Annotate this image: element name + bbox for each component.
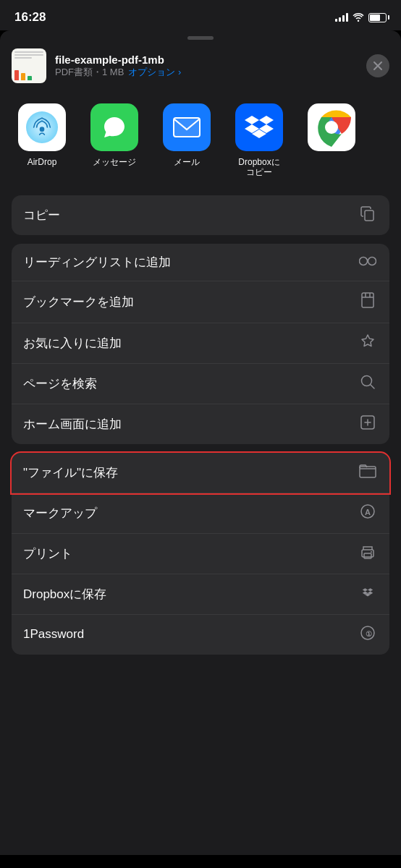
app-item-chrome[interactable]	[295, 101, 368, 181]
markup-icon: A	[358, 503, 378, 523]
file-type-size: PDF書類・1 MB	[55, 66, 124, 79]
add-home-icon	[358, 414, 378, 434]
action-add-home[interactable]: ホーム画面に追加	[12, 404, 389, 444]
action-copy[interactable]: コピー	[12, 195, 389, 235]
dropbox-copy-label: Dropboxにコピー	[238, 157, 279, 178]
svg-rect-2	[174, 118, 200, 137]
file-thumbnail	[12, 48, 46, 83]
action-save-files[interactable]: "ファイル"に保存	[12, 453, 389, 493]
app-item-messages[interactable]: メッセージ	[78, 101, 151, 181]
svg-point-8	[360, 257, 368, 265]
svg-rect-17	[364, 553, 371, 558]
app-row: AirDrop メッセージ	[0, 101, 401, 181]
mail-label: メール	[174, 157, 200, 167]
file-header: file-example-pdf-1mb PDF書類・1 MB オプション ›	[0, 43, 401, 95]
action-save-dropbox[interactable]: Dropboxに保存	[12, 574, 389, 615]
file-info: file-example-pdf-1mb PDF書類・1 MB オプション ›	[12, 48, 181, 83]
battery-icon	[368, 13, 387, 22]
bookmark-label: ブックマークを追加	[23, 294, 134, 310]
file-sub: PDF書類・1 MB オプション ›	[55, 66, 181, 79]
print-label: プリント	[23, 545, 72, 562]
action-copy-label: コピー	[23, 207, 60, 224]
mail-icon	[163, 103, 211, 151]
action-section-3: "ファイル"に保存 マークアップ A プリント	[12, 453, 389, 655]
airdrop-label: AirDrop	[28, 157, 57, 167]
svg-point-6	[325, 121, 338, 134]
action-reading-list[interactable]: リーディングリストに追加	[12, 244, 389, 281]
svg-rect-10	[362, 293, 373, 307]
chrome-icon	[308, 103, 355, 151]
copy-icon	[358, 205, 378, 225]
app-item-dropbox[interactable]: Dropboxにコピー	[223, 101, 295, 181]
reading-icon	[358, 254, 378, 271]
svg-text:A: A	[365, 508, 371, 516]
action-favorite[interactable]: お気に入りに追加	[12, 323, 389, 364]
app-row-container: AirDrop メッセージ	[0, 95, 401, 195]
dropbox-icon	[235, 103, 283, 151]
reading-list-label: リーディングリストに追加	[23, 254, 171, 271]
messages-label: メッセージ	[93, 157, 136, 167]
save-files-label: "ファイル"に保存	[23, 464, 118, 481]
action-section-1: コピー	[12, 195, 389, 235]
app-item-mail[interactable]: メール	[151, 101, 223, 181]
signal-icon	[335, 13, 348, 22]
svg-point-11	[362, 375, 372, 386]
svg-point-18	[371, 551, 372, 553]
app-item-airdrop[interactable]: AirDrop	[6, 101, 78, 181]
share-sheet: file-example-pdf-1mb PDF書類・1 MB オプション ›	[0, 30, 401, 855]
action-bookmark[interactable]: ブックマークを追加	[12, 281, 389, 323]
svg-rect-7	[365, 210, 373, 221]
1password-icon: ①	[358, 625, 378, 644]
action-print[interactable]: プリント	[12, 534, 389, 574]
add-home-label: ホーム画面に追加	[23, 416, 122, 433]
print-icon	[358, 544, 378, 563]
wifi-icon	[353, 13, 364, 22]
options-link[interactable]: オプション ›	[128, 66, 181, 79]
status-time: 16:28	[14, 10, 46, 25]
files-icon	[358, 463, 378, 482]
action-section-2: リーディングリストに追加 ブックマークを追加 お気に入りに追加	[12, 244, 389, 444]
favorite-label: お気に入りに追加	[23, 335, 122, 352]
svg-point-9	[368, 257, 376, 265]
status-bar: 16:28	[0, 0, 401, 30]
action-search-page[interactable]: ページを検索	[12, 364, 389, 404]
save-dropbox-label: Dropboxに保存	[23, 586, 106, 603]
1password-label: 1Password	[23, 627, 84, 642]
action-1password[interactable]: 1Password ①	[12, 615, 389, 655]
bookmark-icon	[358, 292, 378, 312]
action-markup[interactable]: マークアップ A	[12, 493, 389, 534]
svg-point-1	[40, 127, 45, 132]
status-icons	[335, 13, 387, 22]
close-button[interactable]	[366, 54, 389, 77]
airdrop-icon	[18, 103, 66, 151]
svg-text:①: ①	[366, 629, 372, 637]
search-page-label: ページを検索	[23, 375, 97, 392]
dropbox-save-icon	[358, 584, 378, 604]
favorite-icon	[358, 333, 378, 353]
search-icon	[358, 374, 378, 393]
drag-bar[interactable]	[0, 30, 401, 43]
messages-icon	[90, 103, 138, 151]
file-meta: file-example-pdf-1mb PDF書類・1 MB オプション ›	[55, 54, 181, 79]
markup-label: マークアップ	[23, 505, 97, 522]
file-name: file-example-pdf-1mb	[55, 54, 181, 66]
